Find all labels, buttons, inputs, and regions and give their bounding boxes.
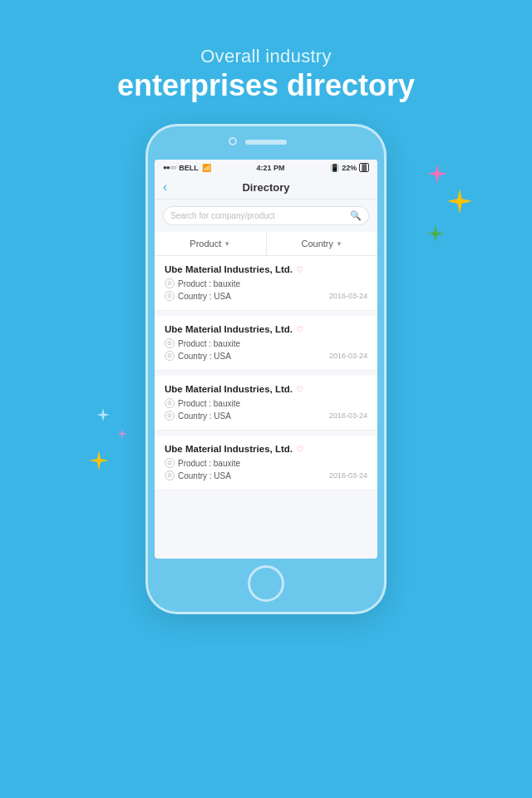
side-button-volume-up — [145, 193, 147, 216]
item-country-row: ⊙ Country : USA 2016-03-24 — [165, 291, 367, 301]
battery-label: 22% — [342, 164, 357, 172]
list-item[interactable]: Ube Material Industries, Ltd. ♡ ⊙ Produc… — [155, 316, 377, 371]
back-button[interactable]: ‹ — [163, 180, 167, 194]
carrier-label: BELL — [179, 164, 199, 172]
country-filter-label: Country — [302, 239, 334, 249]
item-product-label: Product : bauxite — [178, 399, 240, 408]
item-header: Ube Material Industries, Ltd. ♡ — [165, 264, 367, 274]
item-product-row: ⊙ Product : bauxite — [165, 278, 367, 288]
item-country-label: Country : USA — [178, 471, 231, 480]
header-section: Overall industry enterprises directory — [0, 0, 532, 124]
heart-icon[interactable]: ♡ — [296, 445, 303, 454]
item-product-label: Product : bauxite — [178, 459, 240, 468]
heart-icon[interactable]: ♡ — [296, 325, 303, 334]
heart-icon[interactable]: ♡ — [296, 265, 303, 274]
nav-bar: ‹ Directory — [155, 175, 377, 200]
item-name: Ube Material Industries, Ltd. — [165, 264, 293, 274]
status-bar: ●●○○ BELL 📶 4:21 PM 📳 22% ▓ — [155, 160, 377, 175]
header-title: enterprises directory — [0, 67, 532, 103]
product-filter-label: Product — [190, 239, 221, 249]
country-icon: ⊙ — [165, 411, 175, 421]
country-chevron-icon: ▼ — [336, 240, 342, 248]
item-product-row: ⊙ Product : bauxite — [165, 398, 367, 408]
item-header: Ube Material Industries, Ltd. ♡ — [165, 444, 367, 454]
side-button-power — [385, 209, 387, 243]
filter-bar: Product ▼ Country ▼ — [155, 232, 377, 256]
wifi-icon: 📶 — [202, 164, 211, 172]
item-country-row: ⊙ Country : USA 2016-03-24 — [165, 351, 367, 361]
country-icon: ⊙ — [165, 351, 175, 361]
item-product-label: Product : bauxite — [178, 279, 240, 288]
list-item[interactable]: Ube Material Industries, Ltd. ♡ ⊙ Produc… — [155, 376, 377, 431]
item-name: Ube Material Industries, Ltd. — [165, 444, 293, 454]
search-icon: 🔍 — [350, 210, 362, 221]
item-country-row: ⊙ Country : USA 2016-03-24 — [165, 411, 367, 421]
nav-title: Directory — [242, 181, 289, 194]
item-date: 2016-03-24 — [329, 292, 367, 300]
phone-speaker — [245, 140, 287, 145]
item-country-label: Country : USA — [178, 352, 231, 361]
item-country-label: Country : USA — [178, 411, 231, 421]
product-icon: ⊙ — [165, 338, 175, 348]
country-icon: ⊙ — [165, 291, 175, 301]
phone-camera — [229, 137, 237, 145]
item-header: Ube Material Industries, Ltd. ♡ — [165, 384, 367, 394]
list-content: Ube Material Industries, Ltd. ♡ ⊙ Produc… — [155, 256, 377, 495]
phone-screen: ●●○○ BELL 📶 4:21 PM 📳 22% ▓ ‹ Directory — [155, 160, 377, 559]
item-product-row: ⊙ Product : bauxite — [165, 338, 367, 348]
item-date: 2016-03-24 — [329, 352, 367, 360]
product-icon: ⊙ — [165, 458, 175, 468]
phone-frame: ●●○○ BELL 📶 4:21 PM 📳 22% ▓ ‹ Directory — [145, 124, 387, 614]
list-item[interactable]: Ube Material Industries, Ltd. ♡ ⊙ Produc… — [155, 436, 377, 490]
item-date: 2016-03-24 — [329, 471, 367, 480]
country-filter-button[interactable]: Country ▼ — [267, 232, 378, 255]
item-name: Ube Material Industries, Ltd. — [165, 324, 293, 334]
search-placeholder: Search for company/product — [170, 211, 347, 220]
header-subtitle: Overall industry — [0, 46, 532, 67]
country-icon: ⊙ — [165, 470, 175, 480]
status-time: 4:21 PM — [256, 164, 284, 172]
product-chevron-icon: ▼ — [224, 240, 230, 248]
bluetooth-icon: 📳 — [330, 164, 339, 172]
phone-wrapper: ●●○○ BELL 📶 4:21 PM 📳 22% ▓ ‹ Directory — [0, 124, 532, 614]
item-country-label: Country : USA — [178, 292, 231, 301]
product-filter-button[interactable]: Product ▼ — [155, 232, 267, 255]
list-item[interactable]: Ube Material Industries, Ltd. ♡ ⊙ Produc… — [155, 256, 377, 311]
product-icon: ⊙ — [165, 398, 175, 408]
status-left: ●●○○ BELL 📶 — [163, 164, 211, 172]
item-product-label: Product : bauxite — [178, 339, 240, 348]
product-icon: ⊙ — [165, 278, 175, 288]
heart-icon[interactable]: ♡ — [296, 385, 303, 394]
signal-indicator: ●●○○ — [163, 164, 175, 171]
phone-home-button[interactable] — [248, 565, 284, 602]
side-button-volume-down — [145, 224, 147, 248]
item-header: Ube Material Industries, Ltd. ♡ — [165, 324, 367, 334]
search-input-wrap[interactable]: Search for company/product 🔍 — [163, 206, 369, 225]
battery-icon: ▓ — [359, 163, 369, 172]
item-product-row: ⊙ Product : bauxite — [165, 458, 367, 468]
item-country-row: ⊙ Country : USA 2016-03-24 — [165, 470, 367, 480]
item-date: 2016-03-24 — [329, 411, 367, 420]
search-bar: Search for company/product 🔍 — [155, 200, 377, 232]
status-right: 📳 22% ▓ — [330, 163, 369, 172]
item-name: Ube Material Industries, Ltd. — [165, 384, 293, 394]
